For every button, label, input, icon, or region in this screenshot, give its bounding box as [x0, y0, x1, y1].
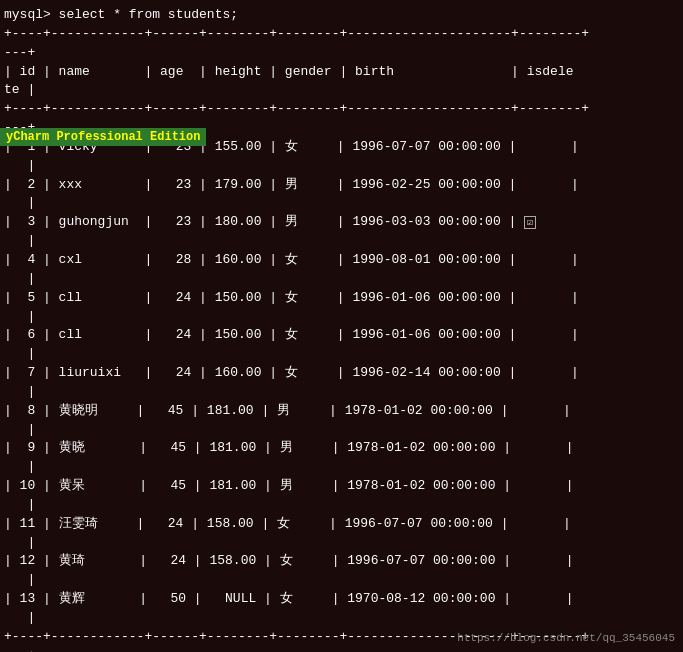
table-row-cont: |	[4, 421, 679, 440]
table-row-cont: |	[4, 308, 679, 327]
table-row-cont: |	[4, 534, 679, 553]
separator-top: +----+------------+------+--------+-----…	[4, 25, 679, 44]
table-row: | 3 | guhongjun | 23 | 180.00 | 男 | 1996…	[4, 213, 679, 232]
tooltip-overlay: yCharm Professional Edition	[0, 128, 206, 146]
table-row: | 7 | liuruixi | 24 | 160.00 | 女 | 1996-…	[4, 364, 679, 383]
header-line2: te |	[4, 81, 679, 100]
table-row-cont: |	[4, 383, 679, 402]
table-row: | 5 | cll | 24 | 150.00 | 女 | 1996-01-06…	[4, 289, 679, 308]
table-row: | 12 | 黄琦 | 24 | 158.00 | 女 | 1996-07-07…	[4, 552, 679, 571]
separator-top2: ---+	[4, 44, 679, 63]
table-row-cont: |	[4, 232, 679, 251]
table-row-cont: |	[4, 496, 679, 515]
table-row: | 9 | 黄晓 | 45 | 181.00 | 男 | 1978-01-02 …	[4, 439, 679, 458]
table-row-cont: |	[4, 609, 679, 628]
prompt-line: mysql> select * from students;	[4, 6, 679, 25]
watermark: https://blog.csdn.net/qq_35456045	[457, 632, 675, 644]
table-row: | 4 | cxl | 28 | 160.00 | 女 | 1990-08-01…	[4, 251, 679, 270]
table-row: | 11 | 汪雯琦 | 24 | 158.00 | 女 | 1996-07-0…	[4, 515, 679, 534]
table-row: | 13 | 黄辉 | 50 | NULL | 女 | 1970-08-12 0…	[4, 590, 679, 609]
table-row: | 8 | 黄晓明 | 45 | 181.00 | 男 | 1978-01-02…	[4, 402, 679, 421]
table-row: | 2 | xxx | 23 | 179.00 | 男 | 1996-02-25…	[4, 176, 679, 195]
terminal-window: mysql> select * from students; +----+---…	[0, 0, 683, 652]
separator2: +----+------------+------+--------+-----…	[4, 100, 679, 119]
table-row: | 10 | 黄呆 | 45 | 181.00 | 男 | 1978-01-02…	[4, 477, 679, 496]
separator-bottom2: ---+	[4, 647, 679, 652]
table-row: | 6 | cll | 24 | 150.00 | 女 | 1996-01-06…	[4, 326, 679, 345]
table-row-cont: |	[4, 571, 679, 590]
table-row-cont: |	[4, 194, 679, 213]
header-line1: | id | name | age | height | gender | bi…	[4, 63, 679, 82]
table-row-cont: |	[4, 270, 679, 289]
table-row-cont: |	[4, 345, 679, 364]
table-row-cont: |	[4, 157, 679, 176]
checkbox-icon: ☑	[524, 216, 536, 229]
table-row-cont: |	[4, 458, 679, 477]
